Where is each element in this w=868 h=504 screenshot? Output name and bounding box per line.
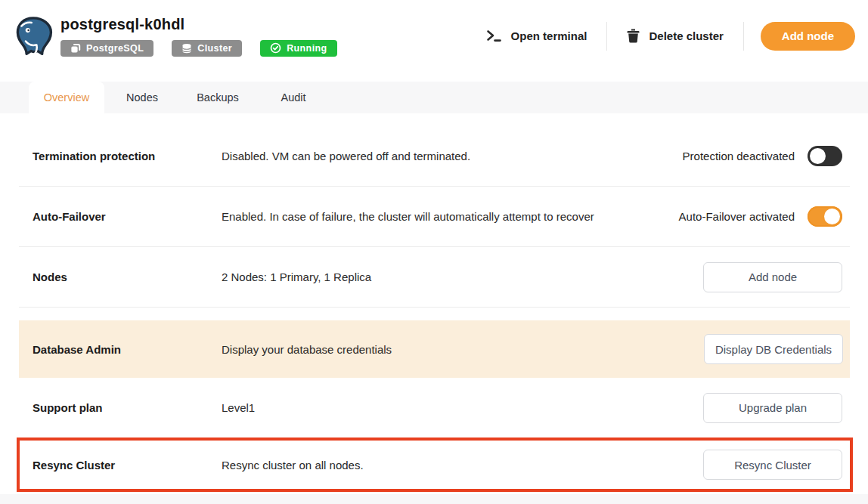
row-label: Termination protection xyxy=(33,150,222,162)
check-circle-icon xyxy=(270,42,281,54)
row-database-admin: Database Admin Display your database cre… xyxy=(19,320,850,378)
row-label: Nodes xyxy=(33,271,222,283)
open-terminal-button[interactable]: Open terminal xyxy=(467,29,607,42)
terminal-icon xyxy=(486,29,502,42)
row-support-plan: Support plan Level1 Upgrade plan xyxy=(0,378,868,438)
page-bottom-strip xyxy=(0,494,868,504)
add-node-row-button[interactable]: Add node xyxy=(703,262,842,292)
header-actions: Open terminal Delete cluster Add node xyxy=(467,22,855,51)
row-description: Disabled. VM can be powered off and term… xyxy=(222,150,683,162)
toggle-knob xyxy=(810,148,826,164)
resync-cluster-button[interactable]: Resync Cluster xyxy=(703,450,842,480)
engine-badge: PostgreSQL xyxy=(60,40,153,57)
row-termination-protection: Termination protection Disabled. VM can … xyxy=(0,113,868,186)
row-label: Resync Cluster xyxy=(33,459,222,472)
database-icon xyxy=(181,43,192,54)
badge-row: PostgreSQL Cluster xyxy=(60,40,337,57)
tab-bar: Overview Nodes Backups Audit xyxy=(0,82,868,113)
row-label: Database Admin xyxy=(33,343,222,356)
tab-nodes[interactable]: Nodes xyxy=(104,82,180,113)
row-label: Auto-Failover xyxy=(33,210,222,223)
row-description: Resync cluster on all nodes. xyxy=(222,459,703,472)
row-description: Level1 xyxy=(222,401,703,414)
row-auto-failover: Auto-Failover Enabled. In case of failur… xyxy=(0,187,868,246)
upgrade-plan-button[interactable]: Upgrade plan xyxy=(703,393,842,423)
stack-icon xyxy=(70,43,81,54)
postgresql-logo xyxy=(12,15,54,59)
page-title: postgresql-k0hdl xyxy=(60,16,337,33)
overview-settings-list: Termination protection Disabled. VM can … xyxy=(0,113,868,492)
display-db-credentials-button[interactable]: Display DB Credentials xyxy=(704,334,843,364)
divider xyxy=(743,22,744,51)
row-resync-cluster: Resync Cluster Resync cluster on all nod… xyxy=(17,438,853,492)
auto-failover-toggle[interactable] xyxy=(808,206,842,227)
tab-backups[interactable]: Backups xyxy=(180,82,256,113)
type-badge: Cluster xyxy=(172,40,242,57)
row-description: 2 Nodes: 1 Primary, 1 Replica xyxy=(222,271,703,283)
row-label: Support plan xyxy=(33,401,222,414)
toggle-status-text: Protection deactivated xyxy=(683,150,795,162)
add-node-button[interactable]: Add node xyxy=(761,22,855,51)
row-divider xyxy=(19,307,850,308)
tab-audit[interactable]: Audit xyxy=(256,82,331,113)
row-description: Enabled. In case of failure, the cluster… xyxy=(222,210,679,223)
status-badge: Running xyxy=(260,40,336,57)
row-nodes: Nodes 2 Nodes: 1 Primary, 1 Replica Add … xyxy=(0,247,868,307)
delete-cluster-button[interactable]: Delete cluster xyxy=(607,29,742,43)
toggle-status-text: Auto-Failover activated xyxy=(679,210,795,223)
toggle-knob xyxy=(824,209,840,224)
cluster-header: postgresql-k0hdl PostgreSQL xyxy=(0,0,868,72)
row-description: Display your database credentials xyxy=(222,343,704,356)
termination-protection-toggle[interactable] xyxy=(808,146,842,166)
tab-overview[interactable]: Overview xyxy=(29,82,104,113)
trash-icon xyxy=(627,29,640,43)
